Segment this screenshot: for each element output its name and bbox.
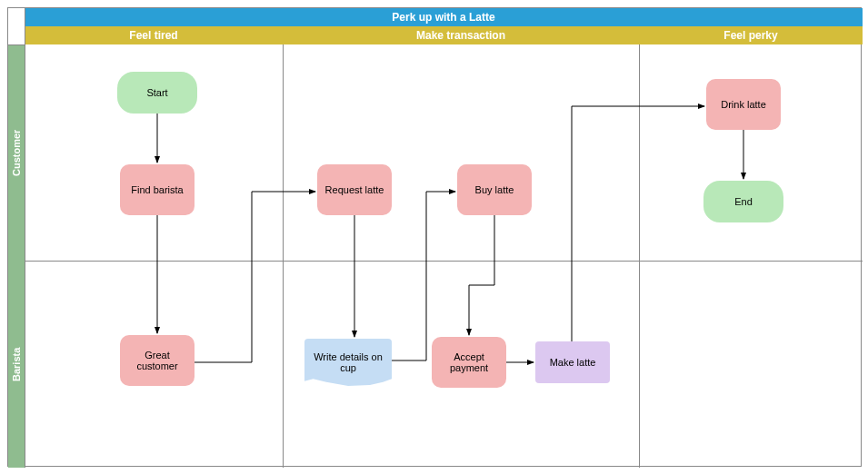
phase-header-1: Feel tired [25, 26, 283, 44]
find-barista-node[interactable]: Find barista [120, 164, 195, 215]
pool-corner [8, 44, 25, 45]
end-node[interactable]: End [703, 181, 783, 222]
phase-divider-2 [639, 44, 640, 468]
drink-latte-node[interactable]: Drink latte [706, 79, 781, 130]
diagram-title: Perk up with a Latte [25, 8, 863, 26]
write-details-node[interactable]: Write details on cup [304, 339, 392, 386]
accept-payment-node[interactable]: Accept payment [432, 337, 506, 388]
pool-left-edge [25, 8, 25, 468]
greet-customer-node[interactable]: Great customer [120, 335, 195, 386]
lane-label-barista: Barista [8, 261, 25, 468]
lane-label-customer: Customer [8, 44, 25, 261]
buy-latte-node[interactable]: Buy latte [457, 164, 532, 215]
make-latte-node[interactable]: Make latte [535, 341, 610, 383]
start-node[interactable]: Start [117, 72, 197, 114]
phase-header-3: Feel perky [639, 26, 863, 44]
swimlane-diagram: Perk up with a Latte Feel tired Make tra… [7, 7, 862, 467]
request-latte-node[interactable]: Request latte [317, 164, 392, 215]
phase-header-2: Make transaction [283, 26, 639, 44]
phase-divider-1 [283, 44, 284, 468]
lane-divider [25, 261, 863, 262]
